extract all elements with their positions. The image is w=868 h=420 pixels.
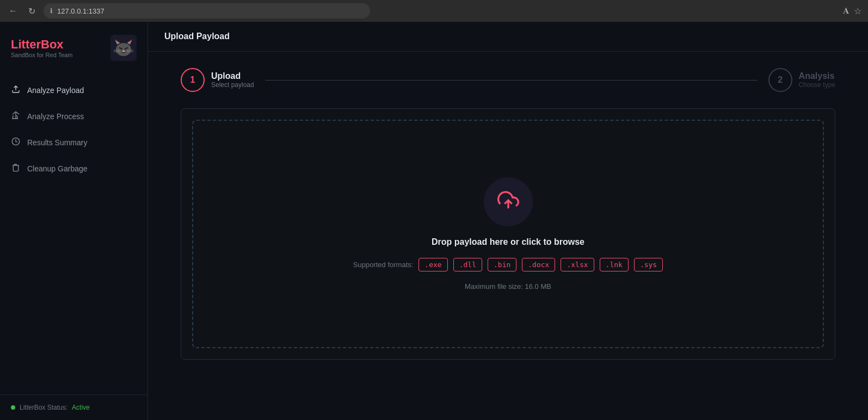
status-indicator <box>11 405 15 410</box>
balance-icon <box>11 111 21 122</box>
status-value: Active <box>72 404 90 411</box>
step-1-info: Upload Select payload <box>211 71 254 89</box>
upload-icon <box>11 85 21 96</box>
sidebar-navigation: Analyze Payload Analyze Process <box>0 72 147 394</box>
cat-logo-icon <box>110 35 137 61</box>
format-dll: .dll <box>453 258 482 271</box>
format-exe: .exe <box>418 258 447 271</box>
step-2: 2 Analysis Choose type <box>768 68 835 92</box>
main-content: Upload Payload 1 Upload Select payload <box>148 22 868 420</box>
sidebar-item-cleanup-garbage[interactable]: Cleanup Garbage <box>0 156 147 182</box>
formats-row: Supported formats: .exe .dll .bin .docx … <box>353 258 663 271</box>
format-bin: .bin <box>488 258 516 271</box>
format-lnk: .lnk <box>600 258 629 271</box>
sidebar-item-analyze-payload-label: Analyze Payload <box>27 86 84 95</box>
step-2-title: Analysis <box>799 71 835 81</box>
logo-text: LitterBox SandBox for Red Team <box>11 38 73 58</box>
sidebar-item-analyze-payload[interactable]: Analyze Payload <box>0 77 147 103</box>
refresh-button[interactable]: ↻ <box>25 4 38 17</box>
page-title: Upload Payload <box>164 32 230 41</box>
format-xlsx: .xlsx <box>561 258 594 271</box>
page-body: 1 Upload Select payload 2 Analysis Choos… <box>148 52 868 420</box>
step-2-info: Analysis Choose type <box>799 71 835 89</box>
step-1-circle: 1 <box>181 68 205 92</box>
max-file-size: Maximum file size: 16.0 MB <box>465 282 551 291</box>
step-1-title: Upload <box>211 71 254 81</box>
status-label: LitterBox Status: <box>20 404 67 411</box>
step-1-subtitle: Select payload <box>211 81 254 89</box>
step-divider <box>265 80 758 81</box>
stepper: 1 Upload Select payload 2 Analysis Choos… <box>181 68 835 92</box>
svg-point-1 <box>116 43 131 56</box>
trash-icon <box>11 163 21 174</box>
clock-icon <box>11 137 21 148</box>
dropzone-text: Drop payload here or click to browse <box>432 237 584 247</box>
step-2-subtitle: Choose type <box>799 81 835 89</box>
sidebar: LitterBox SandBox for Red Team <box>0 22 148 420</box>
cloud-upload-icon <box>497 189 519 214</box>
info-icon: ℹ <box>50 7 53 15</box>
bookmark-icon: ☆ <box>854 6 861 16</box>
sidebar-logo: LitterBox SandBox for Red Team <box>0 22 147 72</box>
upload-dropzone[interactable]: Drop payload here or click to browse Sup… <box>192 120 824 348</box>
sidebar-item-analyze-process-label: Analyze Process <box>27 112 84 121</box>
svg-point-8 <box>122 51 125 52</box>
app-subtitle: SandBox for Red Team <box>11 52 73 58</box>
back-button[interactable]: ← <box>7 4 20 17</box>
address-bar[interactable]: ℹ 127.0.0.1:1337 <box>44 3 370 18</box>
upload-container: Drop payload here or click to browse Sup… <box>181 108 835 360</box>
profile-icon: 𝐀 <box>843 6 849 16</box>
sidebar-item-results-summary[interactable]: Results Summary <box>0 129 147 156</box>
step-1: 1 Upload Select payload <box>181 68 254 92</box>
format-docx: .docx <box>522 258 555 271</box>
format-sys: .sys <box>634 258 663 271</box>
sidebar-item-analyze-process[interactable]: Analyze Process <box>0 103 147 129</box>
browser-right-controls: 𝐀 ☆ <box>843 6 861 16</box>
url-text: 127.0.0.1:1337 <box>57 7 104 15</box>
sidebar-item-results-summary-label: Results Summary <box>27 138 87 147</box>
page-header: Upload Payload <box>148 22 868 52</box>
sidebar-item-cleanup-garbage-label: Cleanup Garbage <box>27 164 88 173</box>
app-container: LitterBox SandBox for Red Team <box>0 22 868 420</box>
upload-cloud-circle <box>484 177 533 226</box>
formats-label: Supported formats: <box>353 261 414 269</box>
app-name: LitterBox <box>11 38 73 52</box>
step-2-circle: 2 <box>768 68 792 92</box>
browser-chrome: ← ↻ ℹ 127.0.0.1:1337 𝐀 ☆ <box>0 0 868 22</box>
status-bar: LitterBox Status: Active <box>0 394 147 420</box>
